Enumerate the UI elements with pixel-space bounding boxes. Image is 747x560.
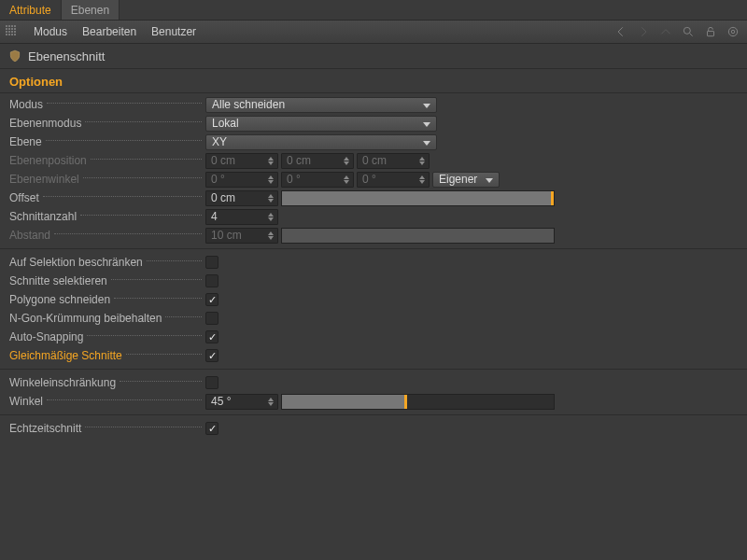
options-rows: Modus Alle schneiden Ebenenmodus Lokal E… (0, 93, 747, 440)
label-auto-snapping: Auto-Snapping (9, 330, 205, 343)
label-abstand: Abstand (9, 229, 205, 242)
object-title: Ebenenschnitt (28, 49, 105, 63)
dropdown-modus[interactable]: Alle schneiden (205, 97, 437, 113)
label-echtzeitschnitt: Echtzeitschnitt (9, 422, 205, 435)
dropdown-ebenenmodus[interactable]: Lokal (205, 116, 437, 132)
divider (0, 414, 747, 415)
divider (0, 248, 747, 249)
main-tabs: Attribute Ebenen (0, 0, 747, 21)
label-modus: Modus (9, 98, 205, 111)
label-ebenenposition: Ebenenposition (9, 154, 205, 167)
up-icon[interactable] (657, 23, 674, 40)
label-winkeleinschraenkung: Winkeleinschränkung (9, 376, 205, 389)
tab-ebenen[interactable]: Ebenen (62, 0, 120, 20)
object-title-bar: Ebenenschnitt (0, 44, 747, 69)
grip-icon (6, 25, 19, 38)
check-gleichmaessig[interactable] (205, 349, 218, 362)
label-polygone-schneiden: Polygone schneiden (9, 293, 205, 306)
label-schnitte-selektieren: Schnitte selektieren (9, 274, 205, 287)
offset-field[interactable]: 0 cm (205, 190, 278, 206)
lock-icon[interactable] (702, 23, 719, 40)
label-ebene: Ebene (9, 135, 205, 148)
svg-point-2 (728, 27, 737, 35)
check-echtzeitschnitt[interactable] (205, 422, 218, 435)
posx-field[interactable]: 0 cm (205, 153, 278, 169)
check-polygone-schneiden[interactable] (205, 293, 218, 306)
label-ebenenmodus: Ebenenmodus (9, 117, 205, 130)
check-auf-selektion[interactable] (205, 256, 218, 269)
abstand-field[interactable]: 10 cm (205, 228, 278, 244)
search-icon[interactable] (680, 23, 697, 40)
label-gleichmaessig: Gleichmäßige Schnitte (9, 349, 205, 362)
winkel-slider[interactable] (281, 394, 555, 410)
label-offset: Offset (9, 191, 205, 204)
dropdown-winkelmode[interactable]: Eigener (432, 172, 500, 188)
offset-slider[interactable] (281, 190, 555, 206)
check-auto-snapping[interactable] (205, 330, 218, 343)
angy-field[interactable]: 0 ° (281, 172, 354, 188)
posz-field[interactable]: 0 cm (357, 153, 430, 169)
winkel-field[interactable]: 45 ° (205, 394, 278, 410)
posy-field[interactable]: 0 cm (281, 153, 354, 169)
section-optionen: Optionen (0, 69, 747, 93)
divider (0, 369, 747, 370)
svg-point-0 (684, 27, 690, 34)
nav-back-icon[interactable] (613, 23, 629, 40)
label-winkel: Winkel (9, 395, 205, 408)
tab-attribute[interactable]: Attribute (0, 0, 62, 20)
menu-bearbeiten[interactable]: Bearbeiten (75, 25, 144, 38)
schnittanzahl-field[interactable]: 4 (205, 209, 278, 225)
svg-point-3 (731, 30, 735, 34)
check-ngon[interactable] (205, 312, 218, 325)
label-auf-selektion: Auf Selektion beschränken (9, 256, 205, 269)
target-icon[interactable] (725, 23, 741, 40)
shield-icon (7, 49, 22, 63)
check-schnitte-selektieren[interactable] (205, 274, 218, 287)
abstand-slider (281, 228, 555, 244)
menu-benutzer[interactable]: Benutzer (144, 25, 204, 38)
dropdown-ebene[interactable]: XY (205, 134, 437, 150)
label-schnittanzahl: Schnittanzahl (9, 210, 205, 223)
label-ebenenwinkel: Ebenenwinkel (9, 173, 205, 186)
menu-modus[interactable]: Modus (26, 25, 75, 38)
check-winkeleinschraenkung[interactable] (205, 376, 218, 389)
nav-fwd-icon (635, 23, 652, 40)
angx-field[interactable]: 0 ° (205, 172, 278, 188)
label-ngon: N-Gon-Krümmung beibehalten (9, 312, 205, 325)
menubar: Modus Bearbeiten Benutzer (0, 21, 747, 44)
angz-field[interactable]: 0 ° (357, 172, 430, 188)
svg-rect-1 (708, 31, 714, 35)
